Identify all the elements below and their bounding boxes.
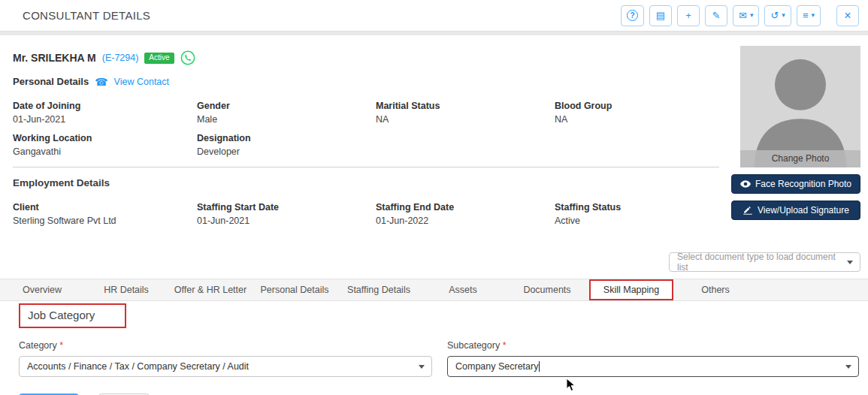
face-recognition-label: Face Recognition Photo (755, 179, 851, 189)
field-label: Blood Group (555, 101, 719, 111)
pencil-icon: ✎ (712, 10, 721, 21)
whatsapp-icon[interactable] (180, 50, 195, 65)
profile-section: Mr. SRILEKHA M (E-7294) Active Personal … (13, 43, 860, 233)
tab-offer-hr-letter[interactable]: Offer & HR Letter (168, 279, 253, 300)
header-toolbar: ? ▤ + ✎ ✉ ▾ ↺ ▾ ≡ ▾ × (621, 5, 859, 26)
chevron-down-icon (847, 261, 853, 264)
category-select[interactable]: Accounts / Finance / Tax / Company Secre… (19, 356, 432, 377)
field-label: Client (13, 202, 197, 213)
category-label: Category * (19, 340, 432, 351)
field-value: 01-Jun-2021 (197, 216, 376, 226)
edit-button[interactable]: ✎ (705, 5, 727, 26)
employment-details-title: Employment Details (13, 177, 719, 188)
tab-others[interactable]: Others (673, 279, 758, 300)
document-type-placeholder: Select document type to load document li… (677, 252, 840, 273)
personal-fields-grid: Date of Joining 01-Jun-2021 Gender Male … (13, 99, 719, 164)
field-value: 01-Jun-2021 (13, 114, 197, 125)
field-value: 01-Jun-2022 (376, 216, 555, 226)
field-value: Developer (197, 146, 376, 157)
consultant-details-panel: Mr. SRILEKHA M (E-7294) Active Personal … (0, 35, 868, 395)
view-contact-link[interactable]: View Contact (114, 77, 169, 87)
field-label: Working Location (13, 133, 197, 143)
profile-info: Mr. SRILEKHA M (E-7294) Active Personal … (13, 43, 731, 233)
job-category-form: Category * Accounts / Finance / Tax / Co… (19, 340, 860, 377)
field-gender: Gender Male (197, 99, 376, 131)
field-staffing-start-date: Staffing Start Date 01-Jun-2021 (197, 201, 376, 233)
job-category-heading: Job Category (19, 303, 126, 328)
signature-label: View/Upload Signature (758, 205, 849, 216)
tab-assets[interactable]: Assets (421, 279, 505, 300)
consultant-name-row: Mr. SRILEKHA M (E-7294) Active (13, 43, 719, 70)
email-dropdown-button[interactable]: ✉ ▾ (733, 5, 759, 26)
field-staffing-status: Staffing Status Active (555, 201, 719, 233)
change-photo-button[interactable]: Change Photo (740, 150, 860, 167)
skill-mapping-content: Job Category Category * Accounts / Finan… (13, 301, 860, 395)
tab-skill-mapping[interactable]: Skill Mapping (589, 279, 673, 300)
personal-details-title: Personal Details (13, 76, 89, 87)
profile-photo: Change Photo (740, 46, 860, 167)
chevron-down-icon (419, 365, 425, 369)
signature-icon (742, 206, 753, 215)
envelope-icon: ✉ (739, 10, 747, 21)
contact-phone-icon: ☎ (95, 77, 107, 87)
field-value: NA (555, 114, 719, 125)
tab-overview[interactable]: Overview (0, 279, 84, 300)
add-button[interactable]: + (677, 5, 700, 26)
subcategory-label: Subcategory * (447, 340, 859, 351)
field-marital-status: Maritial Status NA (376, 99, 555, 131)
chevron-down-icon: ▾ (782, 12, 785, 19)
field-working-location: Working Location Gangavathi (13, 131, 197, 164)
chevron-down-icon (845, 365, 851, 369)
field-label: Staffing End Date (376, 202, 555, 213)
menu-dropdown-button[interactable]: ≡ ▾ (797, 5, 821, 26)
avatar-silhouette (740, 46, 860, 167)
tab-hr-details[interactable]: HR Details (84, 279, 168, 300)
top-bar: CONSULTANT DETAILS ? ▤ + ✎ ✉ ▾ ↺ ▾ ≡ ▾ × (0, 0, 868, 32)
tab-documents[interactable]: Documents (505, 279, 589, 300)
close-button[interactable]: × (836, 5, 859, 26)
tab-bar: Overview HR Details Offer & HR Letter Pe… (0, 279, 868, 301)
tab-personal-details[interactable]: Personal Details (253, 279, 337, 300)
field-label: Designation (197, 133, 376, 143)
field-label: Staffing Start Date (197, 202, 376, 213)
field-value: NA (376, 114, 555, 125)
field-label: Date of Joining (13, 101, 197, 111)
field-client: Client Sterling Software Pvt Ltd (13, 201, 197, 233)
list-icon: ≡ (803, 10, 809, 21)
document-filter-row: Select document type to load document li… (13, 252, 860, 272)
field-value: Active (555, 216, 719, 226)
consultant-name: Mr. SRILEKHA M (13, 52, 96, 64)
close-icon: × (844, 9, 851, 23)
subcategory-field-group: Subcategory * Company Secretary (447, 340, 859, 377)
field-designation: Designation Developer (197, 131, 376, 164)
section-divider (13, 167, 719, 167)
employee-code: (E-7294) (102, 53, 139, 63)
field-value: Male (197, 114, 376, 125)
category-field-group: Category * Accounts / Finance / Tax / Co… (19, 340, 432, 377)
face-recognition-button[interactable]: Face Recognition Photo (731, 174, 860, 194)
field-blood-group: Blood Group NA (555, 99, 719, 131)
field-label: Gender (197, 101, 376, 111)
help-icon: ? (627, 10, 638, 21)
eye-icon (740, 180, 751, 188)
document-type-select[interactable]: Select document type to load document li… (669, 252, 860, 272)
subcategory-value: Company Secretary (455, 361, 538, 372)
page-title: CONSULTANT DETAILS (23, 9, 150, 22)
personal-details-header: Personal Details ☎ View Contact (13, 70, 719, 95)
field-staffing-end-date: Staffing End Date 01-Jun-2022 (376, 201, 555, 233)
field-date-of-joining: Date of Joining 01-Jun-2021 (13, 99, 197, 131)
tab-staffing-details[interactable]: Staffing Details (337, 279, 421, 300)
field-label: Staffing Status (555, 202, 719, 213)
chevron-down-icon: ▾ (750, 12, 754, 19)
status-badge: Active (144, 53, 174, 64)
field-label: Maritial Status (376, 101, 555, 111)
photo-column: Change Photo Face Recognition Photo View… (731, 43, 860, 233)
history-dropdown-button[interactable]: ↺ ▾ (764, 5, 791, 26)
report-button[interactable]: ▤ (649, 5, 672, 26)
help-button[interactable]: ? (621, 5, 644, 26)
view-upload-signature-button[interactable]: View/Upload Signature (731, 201, 860, 220)
subcategory-select[interactable]: Company Secretary (447, 356, 859, 377)
report-icon: ▤ (656, 10, 665, 21)
required-marker: * (503, 340, 507, 351)
history-icon: ↺ (770, 10, 779, 21)
